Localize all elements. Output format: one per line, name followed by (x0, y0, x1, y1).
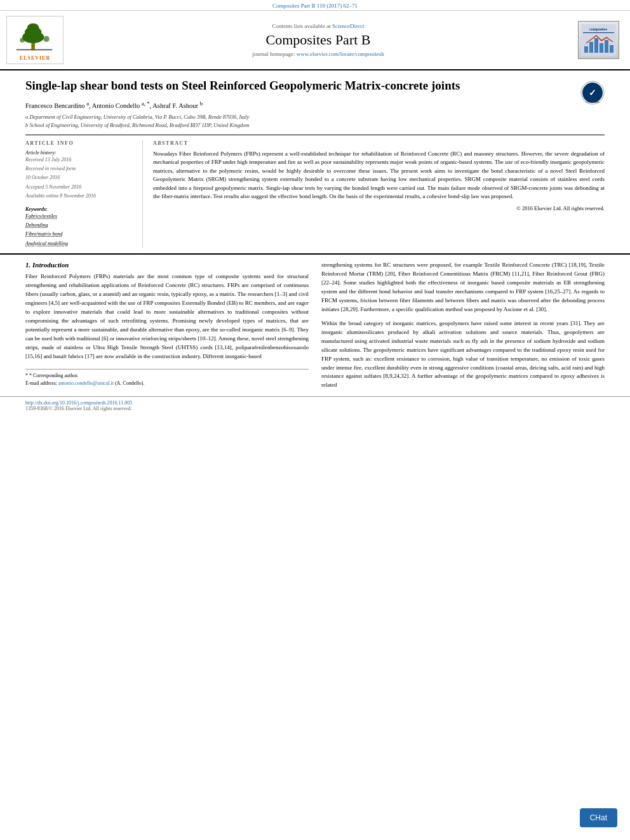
main-content: 1. Introduction Fiber Reinforced Polymer… (0, 253, 630, 396)
corresponding-author-note: * * Corresponding author. (25, 372, 309, 380)
footnote-section: * * Corresponding author. E-mail address… (25, 369, 309, 389)
sciencedirect-prefix: Contents lists available at (272, 23, 332, 29)
footer-copyright: 1359-8368/© 2016 Elsevier Ltd. All right… (25, 406, 605, 411)
intro-right-paragraph1: strengthening systems for RC structures … (321, 261, 605, 314)
elsevier-tree-icon (12, 19, 58, 54)
svg-point-3 (27, 23, 39, 33)
copyright: © 2016 Elsevier Ltd. All rights reserved… (153, 205, 605, 211)
section-number: 1. (25, 261, 30, 269)
abstract-section: ABSTRACT Nowadays Fiber Reinforced Polym… (153, 140, 605, 249)
citation-banner: Composites Part B 110 (2017) 62–71 (0, 0, 630, 11)
accepted-date: Accepted 5 November 2016 (25, 183, 136, 192)
journal-header: ELSEVIER Contents lists available at Sci… (0, 11, 630, 70)
corresponding-label: * Corresponding author. (29, 373, 79, 378)
chat-button[interactable]: CHat (580, 808, 617, 827)
crossmark-icon: ✓ CrossMark (580, 81, 605, 105)
keyword-2: Debonding (25, 221, 136, 230)
abstract-heading: ABSTRACT (153, 140, 605, 146)
svg-rect-6 (17, 49, 53, 50)
received-date: Received 13 July 2016 (25, 156, 136, 164)
svg-rect-12 (594, 38, 598, 53)
intro-section-title: 1. Introduction (25, 261, 309, 269)
keyword-3: Fibre/matrix bond (25, 230, 136, 239)
homepage-url[interactable]: www.elsevier.com/locate/compositesb (297, 51, 384, 57)
introduction-two-col: 1. Introduction Fiber Reinforced Polymer… (25, 261, 605, 390)
header-middle: Contents lists available at ScienceDirec… (70, 16, 566, 64)
available-date: Available online 8 November 2016 (25, 192, 136, 201)
crossmark: ✓ CrossMark (580, 81, 605, 106)
svg-text:CrossMark: CrossMark (586, 100, 600, 103)
elsevier-logo: ELSEVIER (6, 16, 64, 64)
svg-rect-10 (584, 46, 588, 53)
article-title: Single-lap shear bond tests on Steel Rei… (25, 78, 605, 94)
received-revised-date: 10 October 2016 (25, 173, 136, 182)
affiliation-b: b School of Engineering, University of B… (25, 121, 605, 130)
email-label: E-mail address: (25, 380, 58, 386)
svg-text:composites: composites (589, 27, 608, 31)
svg-point-5 (43, 36, 49, 42)
email-note: E-mail address: antonio.condello@unical.… (25, 380, 309, 388)
journal-homepage-line: journal homepage: www.elsevier.com/locat… (252, 51, 384, 57)
separator-1 (25, 135, 605, 135)
composites-logo-box: composites (578, 21, 619, 59)
doi-link[interactable]: http://dx.doi.org/10.1016/j.compositesb.… (25, 400, 132, 406)
sciencedirect-line: Contents lists available at ScienceDirec… (272, 23, 365, 29)
intro-right: strengthening systems for RC structures … (321, 261, 605, 390)
history-label: Article history: (25, 150, 136, 156)
keyword-4: Analytical modelling (25, 239, 136, 248)
citation-text: Composites Part B 110 (2017) 62–71 (272, 3, 358, 9)
svg-rect-15 (610, 45, 613, 53)
composites-journal-cover-icon: composites (581, 24, 616, 56)
svg-rect-14 (605, 40, 608, 53)
intro-left-paragraph: Fiber Reinforced Polymers (FRPs) materia… (25, 272, 309, 361)
abstract-text: Nowadays Fiber Reinforced Polymers (FRPs… (153, 150, 605, 201)
svg-text:✓: ✓ (589, 88, 596, 98)
footer-section: http://dx.doi.org/10.1016/j.compositesb.… (0, 396, 630, 414)
intro-left: 1. Introduction Fiber Reinforced Polymer… (25, 261, 309, 390)
journal-title: Composites Part B (265, 32, 370, 48)
section-title-text: Introduction (32, 261, 69, 269)
svg-rect-11 (589, 42, 593, 53)
sciencedirect-link[interactable]: ScienceDirect (332, 23, 364, 29)
intro-right-paragraph2: Within the broad category of inorganic m… (321, 319, 605, 390)
svg-point-4 (20, 37, 25, 43)
email-link[interactable]: antonio.condello@unical.it (58, 380, 114, 386)
composites-logo: composites (573, 16, 624, 64)
email-name: (A. Condello). (115, 380, 144, 386)
keyword-1: Fabrics/textiles (25, 212, 136, 221)
article-info-section: ARTICLE INFO Article history: Received 1… (25, 140, 143, 249)
svg-rect-9 (583, 32, 614, 33)
authors-text: Francesco Bencardino a, Antonio Condello… (25, 102, 203, 109)
article-section: ✓ CrossMark Single-lap shear bond tests … (0, 70, 630, 253)
authors-line: Francesco Bencardino a, Antonio Condello… (25, 100, 605, 110)
affiliations: a Department of Civil Engineering, Unive… (25, 113, 605, 130)
article-info-abstract: ARTICLE INFO Article history: Received 1… (25, 140, 605, 249)
homepage-prefix: journal homepage: (252, 51, 296, 57)
affiliation-a: a Department of Civil Engineering, Unive… (25, 113, 605, 121)
keywords-label: Keywords: (25, 206, 136, 212)
article-info-heading: ARTICLE INFO (25, 140, 136, 146)
svg-rect-13 (600, 43, 603, 53)
elsevier-brand-text: ELSEVIER (20, 55, 50, 61)
received-revised-label: Received in revised form (25, 164, 136, 173)
